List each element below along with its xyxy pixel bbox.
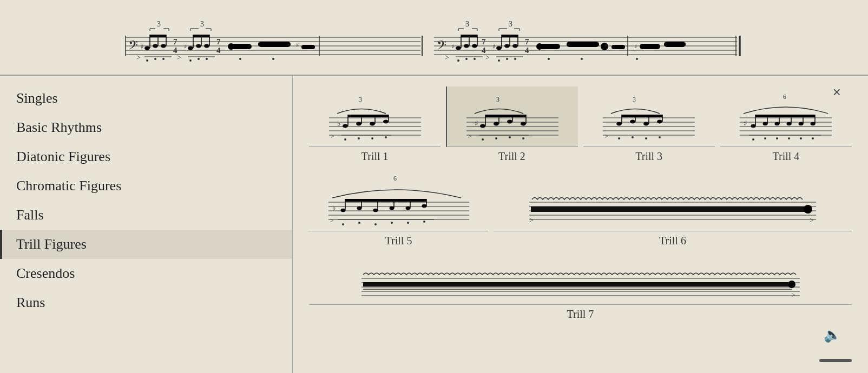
svg-marker-137 (348, 115, 389, 117)
svg-point-195 (751, 124, 756, 128)
sidebar-item-chromatic-figures[interactable]: Chromatic Figures (0, 171, 292, 201)
svg-point-34 (162, 58, 165, 60)
sidebar-item-singles[interactable]: Singles (0, 84, 292, 113)
svg-rect-118 (640, 44, 660, 49)
svg-marker-236 (345, 199, 426, 201)
sidebar-item-trill-figures[interactable]: Trill Figures (0, 230, 292, 259)
svg-rect-60 (258, 42, 291, 47)
trill-notation-2: 3 ♯ > (446, 86, 577, 147)
svg-text:3: 3 (200, 20, 204, 28)
svg-point-128 (343, 124, 348, 128)
trill-item-6[interactable]: > > Trill 6 (494, 171, 852, 247)
svg-point-196 (763, 122, 768, 125)
svg-point-53 (189, 59, 192, 62)
svg-point-242 (391, 222, 393, 224)
svg-marker-101 (510, 35, 518, 37)
svg-point-141 (358, 137, 360, 139)
trill-notation-7: > (309, 255, 852, 305)
notation-strip: 𝄢 𝄢 3 > ♯ (0, 0, 868, 76)
svg-marker-208 (755, 115, 815, 117)
trill-item-1[interactable]: 3 ♭ (309, 86, 440, 163)
svg-point-240 (358, 222, 360, 224)
svg-marker-51 (201, 35, 209, 37)
svg-text:𝄢: 𝄢 (128, 38, 138, 55)
content-area: 3 ♭ (293, 76, 868, 373)
svg-point-210 (752, 138, 754, 141)
svg-point-223 (340, 209, 345, 212)
svg-point-166 (522, 137, 524, 139)
top-notation-svg: 𝄢 𝄢 3 > ♯ (120, 8, 748, 67)
trill-notation-4: 6 ♯ (720, 86, 852, 147)
trill-item-5[interactable]: 6 ♭ (309, 171, 488, 247)
svg-text:>: > (792, 291, 795, 299)
svg-point-199 (799, 122, 804, 125)
svg-point-226 (389, 207, 394, 210)
svg-point-251 (804, 205, 812, 214)
volume-slider[interactable] (819, 359, 852, 362)
trill-notation-5: 6 ♭ (309, 171, 488, 231)
svg-text:3: 3 (157, 20, 161, 28)
svg-point-211 (764, 137, 766, 139)
sidebar-item-runs[interactable]: Runs (0, 288, 292, 317)
svg-point-94 (496, 46, 502, 50)
trill-label-6: Trill 6 (659, 235, 686, 247)
svg-text:♭: ♭ (337, 119, 341, 128)
svg-point-186 (645, 137, 647, 139)
svg-point-176 (643, 122, 649, 126)
svg-point-197 (775, 122, 780, 125)
svg-point-198 (787, 122, 792, 125)
svg-text:♯: ♯ (634, 43, 637, 50)
svg-point-153 (494, 122, 499, 126)
svg-point-155 (521, 122, 526, 126)
trill-label-1: Trill 1 (361, 150, 389, 163)
bottom-panel: Singles Basic Rhythms Diatonic Figures C… (0, 76, 868, 373)
svg-text:6: 6 (393, 175, 397, 182)
svg-marker-161 (485, 115, 526, 117)
svg-point-103 (498, 59, 500, 62)
svg-rect-119 (664, 42, 686, 47)
sidebar-item-cresendos[interactable]: Cresendos (0, 259, 292, 288)
svg-rect-62 (301, 45, 315, 49)
svg-marker-30 (158, 35, 166, 37)
trill-item-3[interactable]: 3 > (583, 86, 715, 163)
svg-point-165 (509, 136, 511, 138)
sidebar-item-basic-rhythms[interactable]: Basic Rhythms (0, 113, 292, 142)
trill-item-7[interactable]: > Trill 7 (309, 255, 852, 321)
svg-point-130 (370, 122, 375, 126)
svg-point-200 (811, 122, 816, 125)
svg-text:♯: ♯ (604, 42, 607, 48)
svg-point-224 (357, 207, 361, 210)
svg-point-244 (423, 221, 425, 223)
svg-point-96 (512, 44, 518, 48)
svg-point-143 (385, 136, 387, 138)
volume-icon[interactable]: 🔈 (824, 327, 841, 343)
sidebar-item-diatonic-figures[interactable]: Diatonic Figures (0, 142, 292, 171)
svg-point-45 (196, 44, 201, 48)
close-button[interactable]: × (833, 84, 841, 101)
svg-text:3: 3 (359, 96, 362, 103)
svg-text:♯: ♯ (475, 119, 478, 128)
svg-rect-259 (363, 282, 791, 287)
svg-point-243 (407, 222, 409, 224)
sidebar-item-falls[interactable]: Falls (0, 201, 292, 230)
trill-item-4[interactable]: 6 ♯ (720, 86, 852, 163)
svg-point-33 (154, 58, 156, 60)
svg-point-64 (272, 58, 274, 60)
svg-point-187 (659, 136, 661, 138)
svg-text:4: 4 (216, 46, 221, 55)
svg-text:6: 6 (783, 93, 786, 101)
svg-point-59 (228, 43, 234, 50)
svg-point-104 (506, 58, 508, 60)
trill-notation-1: 3 ♭ (309, 86, 440, 147)
trill-notation-3: 3 > (583, 86, 715, 147)
svg-point-105 (514, 58, 516, 60)
svg-point-175 (630, 120, 635, 124)
svg-point-184 (618, 137, 620, 139)
svg-text:♯: ♯ (744, 119, 747, 128)
svg-point-109 (536, 43, 543, 50)
svg-point-152 (480, 124, 485, 128)
svg-text:>: > (529, 216, 534, 224)
svg-point-120 (636, 58, 638, 60)
trill-item-2[interactable]: 3 ♯ > (446, 86, 577, 163)
svg-text:7: 7 (173, 37, 177, 46)
